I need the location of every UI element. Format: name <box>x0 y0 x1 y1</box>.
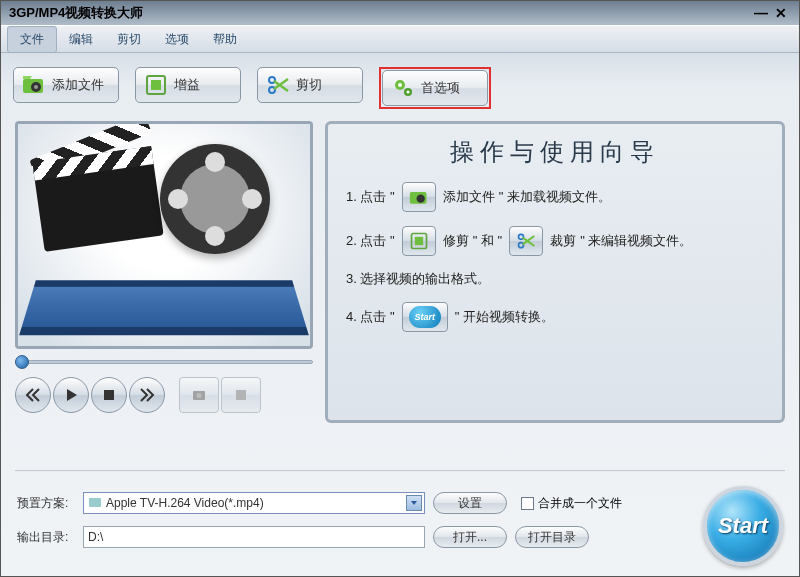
output-path-value: D:\ <box>88 530 103 544</box>
folder-film-icon <box>22 73 46 97</box>
tv-icon <box>88 496 102 510</box>
svg-point-13 <box>197 393 202 398</box>
guide-step-1: 1. 点击 " 添加文件 " 来加载视频文件。 <box>346 182 764 212</box>
guide-crop-icon <box>509 226 543 256</box>
seek-thumb[interactable] <box>15 355 29 369</box>
menu-help[interactable]: 帮助 <box>201 27 249 52</box>
gain-button[interactable]: 增益 <box>135 67 241 103</box>
svg-rect-14 <box>236 390 246 400</box>
guide-step-4: 4. 点击 " Start " 开始视频转换。 <box>346 302 764 332</box>
merge-checkbox[interactable]: 合并成一个文件 <box>521 495 622 512</box>
output-label: 输出目录: <box>17 529 75 546</box>
profile-combo[interactable]: Apple TV-H.264 Video(*.mp4) <box>83 492 425 514</box>
forward-button[interactable] <box>129 377 165 413</box>
menu-edit[interactable]: 编辑 <box>57 27 105 52</box>
open-dir-button[interactable]: 打开目录 <box>515 526 589 548</box>
profile-label: 预置方案: <box>17 495 75 512</box>
stop-button[interactable] <box>91 377 127 413</box>
chevron-down-icon <box>406 495 422 511</box>
start-button[interactable]: Start <box>703 486 783 566</box>
menu-cut[interactable]: 剪切 <box>105 27 153 52</box>
profile-value: Apple TV-H.264 Video(*.mp4) <box>106 496 264 510</box>
svg-point-8 <box>398 83 402 87</box>
svg-rect-4 <box>151 80 161 90</box>
minimize-button[interactable]: — <box>751 5 771 21</box>
play-button[interactable] <box>53 377 89 413</box>
svg-point-16 <box>416 195 424 203</box>
guide-start-icon: Start <box>402 302 448 332</box>
output-path-input[interactable]: D:\ <box>83 526 425 548</box>
title-bar: 3GP/MP4视频转换大师 — ✕ <box>1 1 799 25</box>
svg-rect-21 <box>89 498 101 507</box>
scissors-icon <box>266 73 290 97</box>
settings-button[interactable]: 设置 <box>433 492 507 514</box>
gain-icon <box>144 73 168 97</box>
checkbox-box[interactable] <box>521 497 534 510</box>
cut-label: 剪切 <box>296 76 322 94</box>
guide-add-icon <box>402 182 436 212</box>
app-title: 3GP/MP4视频转换大师 <box>9 4 143 22</box>
extra-button[interactable] <box>221 377 261 413</box>
svg-point-10 <box>407 91 410 94</box>
preview-placeholder-image <box>18 124 310 346</box>
preferences-button[interactable]: 首选项 <box>382 70 488 106</box>
add-file-label: 添加文件 <box>52 76 104 94</box>
merge-label: 合并成一个文件 <box>538 495 622 512</box>
guide-panel: 操作与使用向导 1. 点击 " 添加文件 " 来加载视频文件。 2. 点击 " … <box>325 121 785 423</box>
svg-point-2 <box>34 85 38 89</box>
start-label: Start <box>718 513 768 539</box>
close-button[interactable]: ✕ <box>771 5 791 21</box>
preview-area <box>15 121 313 349</box>
rewind-button[interactable] <box>15 377 51 413</box>
preferences-label: 首选项 <box>421 79 460 97</box>
toolbar: 添加文件 增益 剪切 首选项 <box>1 53 799 117</box>
snapshot-button[interactable] <box>179 377 219 413</box>
preferences-highlight: 首选项 <box>379 67 491 109</box>
svg-rect-11 <box>104 390 114 400</box>
seek-slider[interactable] <box>15 355 313 369</box>
menu-options[interactable]: 选项 <box>153 27 201 52</box>
guide-step-3: 3. 选择视频的输出格式。 <box>346 270 764 288</box>
gain-label: 增益 <box>174 76 200 94</box>
menu-bar: 文件 编辑 剪切 选项 帮助 <box>1 25 799 53</box>
add-file-button[interactable]: 添加文件 <box>13 67 119 103</box>
guide-trim-icon <box>402 226 436 256</box>
gear-icon <box>391 76 415 100</box>
guide-step-2: 2. 点击 " 修剪 " 和 " 裁剪 " 来编辑视频文件。 <box>346 226 764 256</box>
playback-controls <box>15 377 313 413</box>
guide-heading: 操作与使用向导 <box>346 136 764 168</box>
menu-file[interactable]: 文件 <box>7 26 57 53</box>
svg-rect-18 <box>415 237 423 245</box>
cut-button[interactable]: 剪切 <box>257 67 363 103</box>
open-button[interactable]: 打开... <box>433 526 507 548</box>
